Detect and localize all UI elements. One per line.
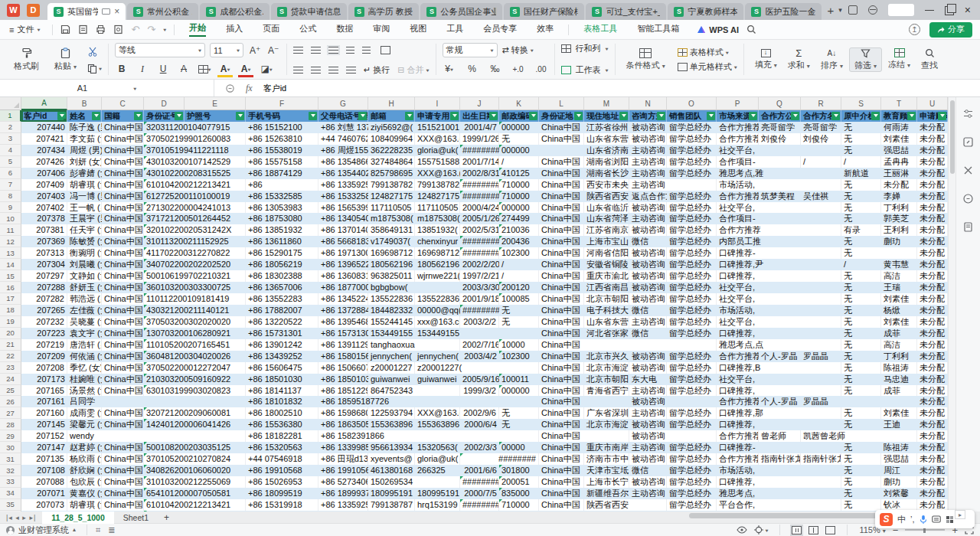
grid-cell[interactable]: 留学总经办 <box>667 236 717 247</box>
column-header-P[interactable]: P <box>717 97 759 110</box>
row-header-21[interactable]: 21 <box>0 339 21 351</box>
grid-cell[interactable]: +86 13053983 <box>246 202 318 214</box>
grid-cell[interactable]: 207403 <box>21 191 67 202</box>
ime-punctuation-toggle[interactable]: ’, <box>910 515 915 524</box>
column-header-I[interactable]: I <box>415 97 460 110</box>
row-header-32[interactable]: 32 <box>0 465 21 476</box>
grid-cell[interactable]: 刘晨曦 (女 <box>67 259 102 270</box>
grid-cell[interactable]: 410125 <box>499 168 539 179</box>
page-layout-view-icon[interactable] <box>808 526 818 534</box>
grid-cell[interactable]: 2005/9/16 <box>460 374 499 385</box>
grid-cell[interactable]: 未分配 <box>917 293 948 305</box>
grid-cell[interactable]: 留学总经办 <box>667 156 717 168</box>
grid-cell[interactable]: 高洁 <box>881 270 917 282</box>
menu-item-效率[interactable]: 效率 <box>537 23 554 36</box>
grid-cell[interactable]: +86 15290175 <box>246 247 318 259</box>
menu-item-公式[interactable]: 公式 <box>299 23 316 36</box>
grid-cell[interactable]: 未分配 <box>917 156 948 168</box>
grid-cell[interactable]: 强思喆 <box>881 453 917 465</box>
grid-cell[interactable]: +86 18302388 <box>246 270 318 282</box>
grid-cell[interactable]: 207265 <box>21 305 67 316</box>
grid-cell[interactable]: 河北省张家 <box>584 328 629 339</box>
grid-cell[interactable]: China中国 <box>539 488 584 499</box>
grid-cell[interactable]: 社交平台, <box>717 316 841 328</box>
grid-cell[interactable]: 340826200106060020 <box>144 465 246 476</box>
row-header-22[interactable]: 22 <box>0 351 21 362</box>
grid-cell[interactable]: 2005/1/26 <box>460 213 499 224</box>
grid-cell[interactable]: 未分配 <box>917 133 948 145</box>
grid-cell[interactable]: 舒欣娴 (女 <box>67 465 102 476</box>
grid-cell[interactable]: gloria@uk( <box>415 453 460 465</box>
grid-cell[interactable]: +86 1340540988 <box>318 213 368 224</box>
header-cell-I1[interactable]: 申请专用 <box>415 110 460 122</box>
strikethrough-button[interactable]: A <box>177 62 191 76</box>
increase-decimal-icon[interactable]: +.0 <box>511 62 525 76</box>
grid-cell[interactable]: China中国 <box>539 133 584 145</box>
grid-cell[interactable]: 留学总经办 <box>667 362 717 374</box>
grid-cell[interactable]: +86 1370140948 <box>318 224 368 236</box>
grid-cell[interactable]: 社交平台, <box>717 374 841 385</box>
grid-cell[interactable]: 1999/1/26 <box>460 133 499 145</box>
menu-item-会员专享[interactable]: 会员专享 <box>483 23 517 36</box>
file-tab[interactable]: S宁夏教师样本.xlsx <box>668 3 743 20</box>
grid-cell[interactable]: 无 <box>841 179 881 191</box>
grid-cell[interactable]: +86 1863505000 <box>318 419 368 430</box>
grid-cell[interactable]: 口碑推荐, <box>717 476 841 488</box>
grid-cell[interactable]: +86 18753080 <box>246 213 318 224</box>
grid-cell[interactable]: +86 1339985047 <box>318 442 368 453</box>
grid-cell[interactable]: +86 1395468251 <box>318 316 368 328</box>
grid-cell[interactable]: 000000 <box>499 202 539 214</box>
grid-cell[interactable]: 135522836 <box>415 293 460 305</box>
grid-cell[interactable]: XXX@163.( <box>415 133 460 145</box>
menu-item-数据[interactable]: 数据 <box>336 23 353 36</box>
grid-cell[interactable]: 15320563( <box>415 442 460 453</box>
row-header-24[interactable]: 24 <box>0 374 21 385</box>
grid-cell[interactable]: China中国 <box>539 259 584 270</box>
grid-cell[interactable]: 胡睿琪 (女 <box>67 179 102 191</box>
grid-cell[interactable]: 钦冰 <box>881 499 917 511</box>
grid-cell[interactable]: 无 <box>499 407 539 419</box>
grid-cell[interactable]: 社交平台, <box>717 202 841 214</box>
grid-cell[interactable]: 2002/7/16 <box>460 339 499 351</box>
redo-icon[interactable]: ↷ <box>147 24 155 35</box>
row-header-12[interactable]: 12 <box>0 236 21 247</box>
grid-cell[interactable]: ######## <box>460 179 499 191</box>
grid-cell[interactable]: 社交平台, <box>717 293 841 305</box>
grid-cell[interactable]: ######## <box>460 191 499 202</box>
underline-button[interactable]: U <box>156 62 170 76</box>
grid-cell[interactable]: 口碑推荐, <box>717 328 841 339</box>
grid-cell[interactable]: +86 13552283 <box>246 293 318 305</box>
grid-cell[interactable]: 杨欣雨 (女 <box>67 453 102 465</box>
zoom-slider[interactable] <box>905 529 945 531</box>
grid-cell[interactable]: 无 <box>841 385 881 397</box>
grid-cell[interactable]: 刘紫馨 <box>881 488 917 499</box>
grid-cell[interactable]: 未分配 <box>917 236 948 247</box>
file-tab[interactable]: S贷款申请信息.xlsx <box>271 3 347 20</box>
grid-cell[interactable]: +86 1580156591 <box>318 351 368 362</box>
grid-cell[interactable]: 留学总经办 <box>667 476 717 488</box>
menu-item-插入[interactable]: 插入 <box>226 23 243 36</box>
grid-cell[interactable]: +86 1533258500 <box>318 191 368 202</box>
worksheet-button[interactable]: 工作表 <box>576 64 601 76</box>
grid-cell[interactable]: 2003/4/2 <box>460 351 499 362</box>
grid-cell[interactable]: 留学总经办 <box>667 122 717 133</box>
layout-switch-icon[interactable] <box>848 5 858 15</box>
row-header-14[interactable]: 14 <box>0 259 21 270</box>
row-header-28[interactable]: 28 <box>0 419 21 430</box>
indent-decrease-icon[interactable] <box>346 47 354 54</box>
grid-cell[interactable]: 610104200212213421 <box>144 179 246 191</box>
grid-cell[interactable]: China中国 <box>102 476 144 488</box>
grid-cell[interactable]: 丁利利 <box>881 351 917 362</box>
column-header-G[interactable]: G <box>318 97 368 110</box>
header-cell-O1[interactable]: 销售团队 <box>667 110 717 122</box>
toolbox-grid-icon[interactable] <box>946 515 954 524</box>
grid-cell[interactable]: 雅思考点, <box>717 488 841 499</box>
paste-button[interactable]: 粘贴 ▾ <box>50 47 81 72</box>
insert-function-icon[interactable]: fx <box>246 83 253 94</box>
grid-cell[interactable]: 710000 <box>499 191 539 202</box>
grid-cell[interactable]: 江苏省徐州 <box>584 122 629 133</box>
zoom-circle-icon[interactable] <box>225 83 235 93</box>
grid-cell[interactable]: 320311200104077915 <box>144 122 246 133</box>
grid-cell[interactable]: +86 13611860 <box>246 236 318 247</box>
grid-cell[interactable]: 无 <box>841 202 881 214</box>
